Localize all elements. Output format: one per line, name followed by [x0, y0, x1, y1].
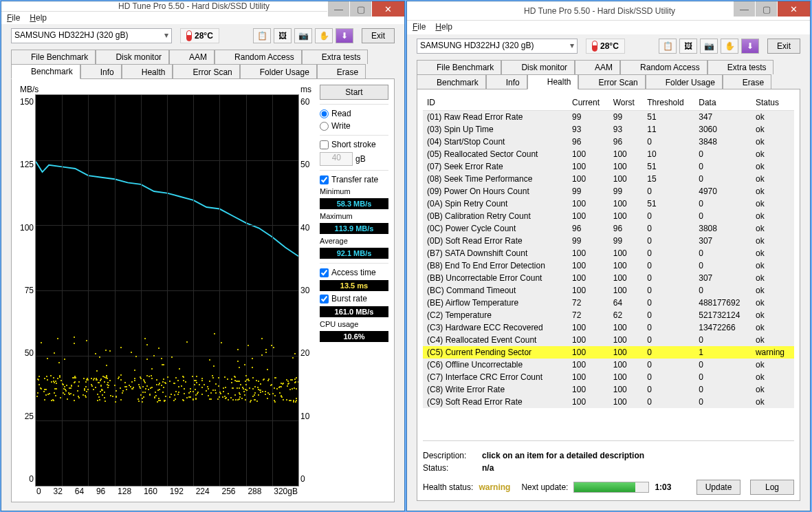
status-text: n/a — [482, 463, 494, 473]
table-row[interactable]: (0A) Spin Retry Count100100510ok — [423, 198, 794, 210]
table-row[interactable]: (05) Reallocated Sector Count100100100ok — [423, 148, 794, 160]
access-value: 13.5 ms — [320, 280, 388, 291]
exit-button[interactable]: Exit — [767, 39, 800, 54]
minimize-button[interactable]: — — [733, 1, 755, 17]
exit-button[interactable]: Exit — [362, 28, 395, 43]
table-row[interactable]: (C9) Soft Read Error Rate10010000ok — [423, 396, 794, 408]
health-status-value: warning — [479, 482, 510, 492]
save-button[interactable]: ⬇ — [336, 28, 353, 43]
options-button[interactable]: ✋ — [721, 39, 738, 54]
access-check[interactable]: Access time — [320, 268, 388, 277]
copy-text-button[interactable]: 📋 — [253, 28, 271, 43]
table-row[interactable]: (03) Spin Up Time9393113060ok — [423, 123, 794, 136]
table-row[interactable]: (0B) Calibration Retry Count10010000ok — [423, 210, 794, 222]
close-button[interactable]: ✕ — [777, 1, 810, 17]
tab-benchmark[interactable]: Benchmark — [11, 64, 80, 79]
tabs: File BenchmarkDisk monitorAAMRandom Acce… — [1, 47, 404, 78]
benchmark-plot — [35, 94, 299, 487]
smart-table[interactable]: IDCurrentWorstThresholdDataStatus(01) Ra… — [423, 95, 794, 441]
table-row[interactable]: (C6) Offline Uncorrectable10010000ok — [423, 359, 794, 371]
tab-file-benchmark[interactable]: File Benchmark — [417, 60, 501, 74]
menu-help[interactable]: Help — [435, 22, 452, 33]
tab-benchmark[interactable]: Benchmark — [417, 74, 486, 89]
tab-random-access[interactable]: Random Access — [620, 60, 707, 74]
tab-extra-tests[interactable]: Extra tests — [302, 50, 369, 64]
tab-disk-monitor[interactable]: Disk monitor — [96, 50, 169, 64]
tab-health[interactable]: Health — [122, 64, 173, 79]
tab-aam[interactable]: AAM — [575, 60, 620, 74]
short-stroke-check[interactable]: Short stroke — [320, 140, 388, 149]
table-row[interactable]: (01) Raw Read Error Rate999951347ok — [423, 111, 794, 124]
temperature-display: 28°C — [586, 39, 625, 54]
table-row[interactable]: (C3) Hardware ECC Recovered1001000134722… — [423, 321, 794, 334]
table-row[interactable]: (07) Seek Error Rate100100510ok — [423, 160, 794, 173]
minimize-button[interactable]: — — [327, 1, 349, 17]
table-row[interactable]: (0D) Soft Read Error Rate99990307ok — [423, 235, 794, 247]
table-row[interactable]: (B8) End To End Error Detection10010000o… — [423, 259, 794, 272]
table-row[interactable]: (C7) Interface CRC Error Count10010000ok — [423, 371, 794, 383]
tab-extra-tests[interactable]: Extra tests — [707, 60, 774, 74]
description-text: click on an item for a detailed descript… — [482, 451, 644, 460]
close-button[interactable]: ✕ — [371, 1, 404, 17]
write-radio[interactable]: Write — [320, 121, 388, 131]
start-button[interactable]: Start — [320, 85, 388, 100]
tab-folder-usage[interactable]: Folder Usage — [646, 74, 723, 89]
health-content: IDCurrentWorstThresholdDataStatus(01) Ra… — [417, 89, 800, 501]
maximize-button[interactable]: ▢ — [755, 1, 777, 17]
burst-check[interactable]: Burst rate — [320, 294, 388, 303]
tab-random-access[interactable]: Random Access — [215, 50, 302, 64]
copy-text-button[interactable]: 📋 — [659, 39, 677, 54]
menu-help[interactable]: Help — [30, 13, 47, 23]
cpu-value: 10.6% — [320, 331, 388, 342]
log-button[interactable]: Log — [750, 480, 794, 495]
tab-health[interactable]: Health — [527, 74, 579, 89]
stroke-gb-input: 40 — [320, 152, 353, 166]
tab-folder-usage[interactable]: Folder Usage — [240, 64, 317, 79]
save-button[interactable]: ⬇ — [741, 39, 759, 54]
table-row[interactable]: (B7) SATA Downshift Count10010000ok — [423, 247, 794, 259]
tab-error-scan[interactable]: Error Scan — [173, 64, 239, 79]
menu-file[interactable]: File — [7, 13, 20, 23]
copy-image-button[interactable]: 🖼 — [679, 39, 697, 54]
screenshot-button[interactable]: 📷 — [294, 28, 312, 43]
update-progress — [573, 482, 649, 493]
table-row[interactable]: (04) Start/Stop Count969603848ok — [423, 136, 794, 148]
tab-info[interactable]: Info — [486, 74, 527, 89]
read-radio[interactable]: Read — [320, 109, 388, 118]
update-button[interactable]: Update — [696, 480, 740, 495]
titlebar[interactable]: HD Tune Pro 5.50 - Hard Disk/SSD Utility… — [407, 1, 810, 21]
tab-disk-monitor[interactable]: Disk monitor — [501, 60, 575, 74]
tab-info[interactable]: Info — [80, 64, 122, 79]
tab-file-benchmark[interactable]: File Benchmark — [11, 50, 96, 64]
table-row[interactable]: (C4) Reallocated Event Count10010000ok — [423, 334, 794, 346]
maximize-button[interactable]: ▢ — [349, 1, 371, 17]
table-row[interactable]: (BE) Airflow Temperature72640488177692ok — [423, 297, 794, 309]
temperature-display: 28°C — [180, 28, 219, 43]
table-row[interactable]: (09) Power On Hours Count999904970ok — [423, 185, 794, 198]
copy-image-button[interactable]: 🖼 — [274, 28, 292, 43]
table-row[interactable]: (C2) Temperature72620521732124ok — [423, 309, 794, 321]
table-row[interactable]: (C8) Write Error Rate10010000ok — [423, 383, 794, 396]
titlebar[interactable]: HD Tune Pro 5.50 - Hard Disk/SSD Utility… — [1, 1, 404, 12]
tab-erase[interactable]: Erase — [723, 74, 771, 89]
table-row[interactable]: (08) Seek Time Performance100100150ok — [423, 173, 794, 185]
screenshot-button[interactable]: 📷 — [700, 39, 718, 54]
table-row[interactable]: (BC) Command Timeout10010000ok — [423, 284, 794, 297]
menu-file[interactable]: File — [413, 22, 426, 33]
tab-error-scan[interactable]: Error Scan — [578, 74, 645, 89]
toolbar: SAMSUNG HD322HJ (320 gB) 28°C 📋 🖼 📷 ✋ ⬇ … — [407, 34, 810, 58]
tab-erase[interactable]: Erase — [317, 64, 366, 79]
benchmark-sidepanel: Start Read Write Short stroke 40gB Trans… — [320, 85, 388, 496]
tab-aam[interactable]: AAM — [169, 50, 215, 64]
benchmark-window: HD Tune Pro 5.50 - Hard Disk/SSD Utility… — [1, 1, 405, 511]
drive-select[interactable]: SAMSUNG HD322HJ (320 gB) — [11, 28, 172, 43]
drive-select[interactable]: SAMSUNG HD322HJ (320 gB) — [417, 39, 578, 54]
table-row[interactable]: (0C) Power Cycle Count969603808ok — [423, 222, 794, 235]
menubar: File Help — [407, 21, 810, 34]
options-button[interactable]: ✋ — [315, 28, 333, 43]
table-row[interactable]: (BB) Uncorrectable Error Count1001000307… — [423, 272, 794, 284]
table-row[interactable]: (C5) Current Pending Sector10010001warni… — [423, 346, 794, 359]
transfer-check[interactable]: Transfer rate — [320, 175, 388, 184]
yaxis-label-left: MB/s — [20, 85, 39, 94]
min-value: 58.3 MB/s — [320, 198, 388, 209]
